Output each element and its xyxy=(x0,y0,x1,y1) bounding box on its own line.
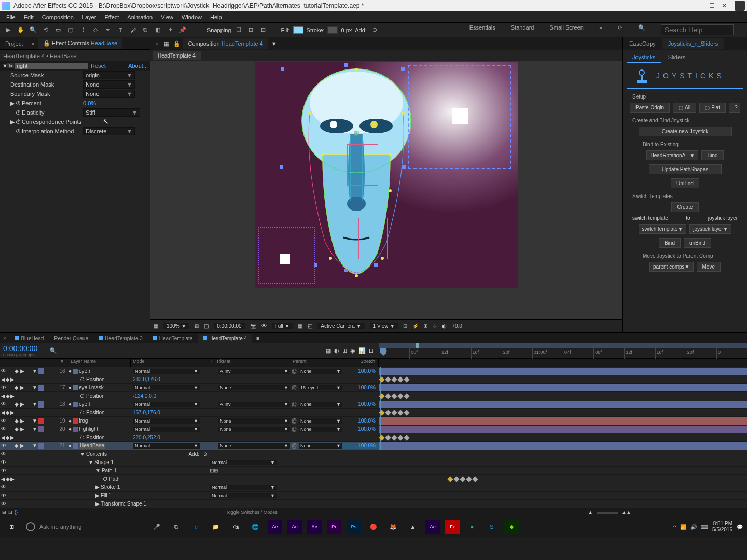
keyframe[interactable] xyxy=(391,435,397,440)
hand-tool-icon[interactable]: ✋ xyxy=(16,25,26,35)
ruler-tick[interactable]: 08f xyxy=(409,348,440,359)
switch-template-dropdown[interactable]: switch template▼ xyxy=(639,224,687,234)
keyframe[interactable] xyxy=(385,435,391,440)
visibility-icon[interactable]: 👁 xyxy=(1,401,6,407)
composition-canvas[interactable] xyxy=(255,62,518,288)
kf-nav-next-icon[interactable]: ▶ xyxy=(10,410,15,415)
exposure-reset-icon[interactable]: ◐ xyxy=(442,323,447,329)
clone-tool-icon[interactable]: ⧉ xyxy=(140,25,150,35)
sublayer-name[interactable]: Path xyxy=(109,476,120,482)
panel-menu-icon[interactable]: ≡ xyxy=(252,335,264,341)
kf-nav-prev-icon[interactable]: ◀ xyxy=(1,393,5,399)
keyframe[interactable] xyxy=(404,410,409,415)
about-link[interactable]: About... xyxy=(128,63,148,69)
create-template-button[interactable]: Create xyxy=(671,202,698,212)
color-label[interactable] xyxy=(38,443,44,449)
triangle-icon[interactable]: ▶ xyxy=(20,401,24,407)
visibility-icon[interactable]: 👁 xyxy=(1,443,6,449)
property-row[interactable]: ◀◆▶ ⏱Position 157.0,176.0 xyxy=(0,409,747,417)
keyframe[interactable] xyxy=(404,376,409,382)
tray-clock[interactable]: 8:51 PM 5/5/2016 xyxy=(712,521,732,533)
keyframe[interactable] xyxy=(391,376,397,382)
rounded-rect-tool-icon[interactable]: ▢ xyxy=(65,25,76,35)
layer-bar[interactable] xyxy=(379,368,747,375)
keyframe[interactable] xyxy=(397,410,403,415)
boundary-mask-dropdown[interactable]: None▼ xyxy=(83,90,135,98)
paste-origin-button[interactable]: Paste Origin xyxy=(630,103,670,113)
comp-tab-close-icon[interactable]: × xyxy=(153,40,162,47)
joysticks-subnav[interactable]: Joysticks xyxy=(627,52,661,63)
col-trk[interactable]: T TrkMat xyxy=(208,359,290,367)
reset-link[interactable]: Reset xyxy=(91,63,106,69)
orbit-tool-icon[interactable]: ⟲ xyxy=(40,25,51,35)
pickwhip-icon[interactable]: @ xyxy=(292,426,298,432)
sublayer-name[interactable]: Transform: Shape 1 xyxy=(101,501,146,507)
composition-tab[interactable]: Composition HeadTemplate 4 xyxy=(183,38,268,49)
all-button[interactable]: All xyxy=(673,103,696,113)
keyframe[interactable] xyxy=(385,393,391,399)
ruler-tick[interactable]: 12f xyxy=(440,348,471,359)
col-parent[interactable]: Parent xyxy=(290,359,342,367)
keyframe[interactable] xyxy=(385,410,391,415)
selection-handle[interactable] xyxy=(344,269,348,272)
snap-opt1-icon[interactable]: ⊞ xyxy=(246,25,256,35)
stopwatch-icon[interactable]: ⏱ xyxy=(10,128,22,134)
sublayer-row[interactable]: 👁 ▶ Stroke 1 Normal▼ xyxy=(0,483,747,492)
zoom-out-icon[interactable]: ▲ xyxy=(588,510,593,515)
res-icon[interactable]: ▦ xyxy=(154,323,158,329)
kf-nav-prev-icon[interactable]: ◀ xyxy=(1,435,5,440)
tl-tab-ht3[interactable]: HeadTemplate 3 xyxy=(93,334,148,343)
lock-icon[interactable]: 🔒 xyxy=(171,40,183,47)
path-icon-2[interactable]: ⊞ xyxy=(214,468,218,473)
ruler-tick[interactable]: 12f xyxy=(624,348,655,359)
flowchart-icon[interactable]: ⊹ xyxy=(433,323,437,329)
col-num[interactable]: # xyxy=(56,359,68,367)
app-icon-2[interactable]: ▲ xyxy=(404,519,422,535)
dest-mask-dropdown[interactable]: None▼ xyxy=(83,80,135,89)
ruler-tick[interactable]: 20f xyxy=(502,348,532,359)
layer-name[interactable]: eye.r xyxy=(79,368,90,374)
blend-mode-dropdown[interactable]: Normal▼ xyxy=(133,369,200,374)
layer-bar[interactable] xyxy=(379,426,747,433)
stopwatch-icon[interactable]: ⏱ xyxy=(16,100,22,106)
track-matte-dropdown[interactable]: None▼ xyxy=(218,418,290,424)
position-value[interactable]: -124.0,0.0 xyxy=(131,393,208,399)
stopwatch-icon[interactable]: ⏱ xyxy=(103,476,108,482)
solo-icon[interactable]: ● xyxy=(68,385,72,390)
keyframe[interactable] xyxy=(391,393,397,399)
track-matte-dropdown[interactable]: None▼ xyxy=(218,385,290,390)
kf-nav-prev-icon[interactable]: ◀ xyxy=(1,376,5,382)
visibility-icon[interactable]: 👁 xyxy=(1,459,6,465)
panel-menu-icon[interactable]: ≡ xyxy=(141,40,150,47)
pickwhip-icon[interactable]: @ xyxy=(292,368,298,374)
tl-tab-close-icon[interactable]: × xyxy=(0,335,9,341)
rect-tool-icon[interactable]: ▭ xyxy=(53,25,63,35)
ruler-tick[interactable]: 16f xyxy=(471,348,502,359)
layer-name[interactable]: highlight xyxy=(79,426,98,432)
sublayer-row[interactable]: 👁 ▼ Path 1 ⊡ ⊞ xyxy=(0,467,747,475)
layer-bar[interactable] xyxy=(379,384,747,391)
roto-tool-icon[interactable]: ✦ xyxy=(165,25,175,35)
tl-brain-icon[interactable]: ⊡ xyxy=(369,347,374,354)
store-icon[interactable]: 🛍 xyxy=(226,519,245,535)
keyframe[interactable] xyxy=(391,410,397,415)
tray-volume-icon[interactable]: 🔊 xyxy=(690,524,697,530)
tl-motion-blur-icon[interactable]: ◉ xyxy=(350,347,355,354)
diamond-icon[interactable]: ◆ xyxy=(15,443,20,449)
zoom-dropdown[interactable]: 100% ▼ xyxy=(163,323,189,329)
ruler-tick[interactable]: 08f xyxy=(593,348,624,359)
diamond-icon[interactable]: ◆ xyxy=(15,368,20,374)
visibility-icon[interactable]: 👁 xyxy=(1,418,6,424)
tl-toggle-2-icon[interactable]: ⊡ xyxy=(8,510,12,515)
selection-handle[interactable] xyxy=(281,67,284,71)
bind-button[interactable]: Bind xyxy=(701,150,723,160)
color-label[interactable] xyxy=(38,401,44,408)
easecopy-tab[interactable]: EaseCopy xyxy=(623,38,662,49)
timeline-ruler[interactable]: 04f08f12f16f20f01:00f04f08f12f16f20f0 xyxy=(379,343,747,358)
tl-tab-render[interactable]: Render Queue xyxy=(49,334,93,343)
position-value[interactable]: 157.0,176.0 xyxy=(131,410,208,415)
transparency-icon[interactable]: ▦ xyxy=(298,323,302,329)
blend-mode-dropdown[interactable]: Normal▼ xyxy=(133,402,200,407)
col-mode[interactable]: Mode xyxy=(131,359,208,367)
layer-bar[interactable] xyxy=(379,417,747,425)
